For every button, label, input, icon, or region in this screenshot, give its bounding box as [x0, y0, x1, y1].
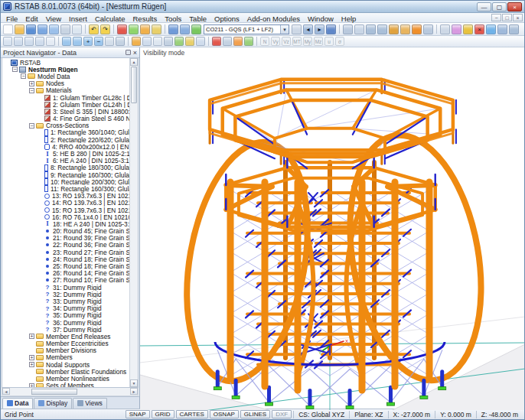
scroll-up-icon[interactable]: ▲ — [130, 58, 138, 66]
collapse-icon[interactable]: − — [21, 73, 26, 79]
clipping-plane-icon[interactable] — [116, 37, 125, 46]
tab-data[interactable]: Data — [2, 398, 33, 409]
tree-item[interactable]: 8: Rectangle 180/300; Glulam Timbe — [2, 164, 129, 171]
tree-item[interactable]: 18: HE A 240 | DIN 1025-3:1994; Stee — [2, 220, 129, 227]
menu-add-on-modules[interactable]: Add-on Modules — [243, 15, 304, 23]
force-my-icon[interactable]: My — [303, 37, 312, 46]
toggle-osnap[interactable]: OSNAP — [210, 410, 239, 418]
panel-close-icon[interactable]: × — [133, 50, 137, 56]
model-check-icon[interactable] — [244, 37, 253, 46]
toggle-grid[interactable]: GRID — [152, 410, 174, 418]
tree-item[interactable]: −Model Data — [2, 73, 129, 80]
new-document-icon[interactable] — [3, 24, 13, 34]
toggle-glines[interactable]: GLINES — [240, 410, 270, 418]
pan-view-icon[interactable] — [105, 37, 114, 46]
tree-item[interactable]: 24: Round 18; Fine Grain Steel S 460 — [2, 256, 129, 262]
tree-item[interactable]: 10: Rectangle 200/300; Glulam Timb — [2, 178, 129, 185]
zoom-out-icon[interactable]: − — [94, 37, 103, 46]
tree-item[interactable]: 2: Glulam Timber GL24h | DIN EN 19 — [2, 101, 129, 108]
tree-horizontal-scrollbar[interactable]: ◄ ► — [2, 388, 139, 396]
zoom-window2-icon[interactable] — [73, 37, 82, 46]
menu-tools[interactable]: Tools — [161, 15, 185, 23]
tree-item[interactable]: 11: Rectangle 160/300; Glulam Timb — [2, 185, 129, 192]
tree-item[interactable]: 26: Round 14; Fine Grain Steel S 460 — [2, 270, 129, 277]
menu-table[interactable]: Table — [185, 15, 210, 23]
menu-edit[interactable]: Edit — [21, 15, 41, 23]
scroll-thumb-horizontal[interactable] — [31, 389, 77, 395]
expand-icon[interactable]: + — [29, 81, 34, 86]
force-vz-icon[interactable]: Vz — [282, 37, 291, 46]
guidelines-icon[interactable] — [196, 37, 205, 46]
tree-item[interactable]: 34: Dummy Rigid — [2, 305, 129, 312]
tree-item[interactable]: 9: Rectangle 160/300; Glulam Timbe — [2, 171, 129, 178]
chevron-down-icon[interactable]: ▼ — [280, 25, 289, 34]
collapse-icon[interactable]: − — [29, 123, 34, 129]
visibility-mode-icon[interactable] — [132, 37, 141, 46]
menu-insert[interactable]: Insert — [65, 15, 91, 23]
menu-view[interactable]: View — [42, 15, 65, 23]
view-in-y-icon[interactable] — [24, 37, 34, 46]
mini-axes-icon[interactable] — [212, 37, 221, 46]
load-case-list-icon[interactable] — [292, 24, 302, 34]
snap-settings-icon[interactable] — [185, 37, 194, 46]
pin-icon[interactable] — [126, 50, 131, 55]
mdi-restore-button[interactable]: □ — [502, 14, 512, 21]
tree-item[interactable]: −Nestturm Rügen — [2, 66, 129, 73]
tab-views[interactable]: Views — [73, 398, 107, 409]
tree-item[interactable]: 4: Fine Grain Steel S 460 N | DIN 1880 — [2, 116, 129, 122]
tree-item[interactable]: −Cross-Sections — [2, 122, 129, 129]
camera-icon[interactable] — [497, 24, 507, 34]
view-in-x-icon[interactable] — [14, 37, 23, 46]
tree-item[interactable]: 13: RO 193.7x6.3 | EN 10210-2:1997; S — [2, 193, 129, 200]
maximize-button[interactable]: ▢ — [492, 2, 507, 11]
tree-item[interactable]: +Nodal Supports — [2, 361, 129, 368]
close-button[interactable]: × — [507, 2, 522, 11]
previous-view-icon[interactable] — [46, 37, 55, 46]
menu-options[interactable]: Options — [210, 15, 243, 23]
check-warning-icon[interactable] — [463, 24, 473, 34]
print-preview-icon[interactable] — [72, 24, 82, 34]
colored-render-icon[interactable] — [233, 37, 243, 46]
show-results-icon[interactable] — [326, 24, 336, 34]
display-properties-icon[interactable] — [423, 24, 433, 34]
next-load-case-icon[interactable]: ▸ — [315, 24, 324, 34]
activate-members-icon[interactable] — [354, 24, 364, 34]
isometric-view-icon[interactable] — [3, 37, 12, 46]
save-icon[interactable] — [26, 24, 36, 34]
tree-item[interactable]: 22: Round 36; Fine Grain Steel S 460 — [2, 242, 129, 249]
numbering-icon[interactable] — [223, 37, 232, 46]
menu-calculate[interactable]: Calculate — [91, 15, 129, 23]
force-n-icon[interactable]: N — [260, 37, 269, 46]
save-as-icon[interactable] — [38, 24, 47, 34]
collapse-icon[interactable]: − — [29, 88, 34, 93]
scroll-down-icon[interactable]: ▼ — [130, 379, 138, 387]
link-icon[interactable] — [509, 24, 519, 34]
menu-file[interactable]: File — [2, 15, 21, 23]
tree-item[interactable]: 5: HE B 280 | DIN 1025-2:1995; Steel — [2, 150, 129, 157]
expand-icon[interactable]: + — [29, 334, 34, 339]
previous-load-case-icon[interactable]: ◂ — [303, 24, 313, 34]
delete-results-icon[interactable]: × — [474, 24, 484, 34]
menu-results[interactable]: Results — [129, 15, 161, 23]
tree-item[interactable]: 21: Round 39; Fine Grain Steel S 460 — [2, 235, 129, 242]
tree-item[interactable]: 25: Round 18; Fine Grain Steel S 460 — [2, 262, 129, 269]
scroll-left-icon[interactable]: ◄ — [2, 388, 10, 395]
scroll-thumb[interactable] — [131, 67, 137, 103]
tab-display[interactable]: Display — [34, 398, 72, 409]
tree-item[interactable]: 20: Round 45; Fine Grain Steel S 460 — [2, 228, 129, 235]
tree-item[interactable]: 27: Round 10; Fine Grain Steel S 460 — [2, 277, 129, 284]
tree-vertical-scrollbar[interactable]: ▲ ▼ — [129, 58, 138, 387]
force-vy-icon[interactable]: Vy — [271, 37, 280, 46]
tree-item[interactable]: 6: HE A 240 | DIN 1025-3:1994; Steel — [2, 158, 129, 164]
tree-item[interactable]: +Nodes — [2, 80, 129, 87]
tree-item[interactable]: 14: RO 139.7x6.3 | EN 10210-2:1997; S — [2, 200, 129, 207]
grid-toggle-icon[interactable] — [164, 37, 173, 46]
scroll-right-icon[interactable]: ► — [130, 388, 138, 395]
tree-item[interactable]: 23: Round 27; Fine Grain Steel S 460 — [2, 249, 129, 256]
expand-icon[interactable]: + — [29, 362, 34, 367]
load-case-combo[interactable]: CO211 - GQS (LF1 + LF2)▼ — [204, 24, 289, 34]
delete-icon[interactable] — [117, 24, 127, 34]
tree-item[interactable]: 32: Dummy Rigid — [2, 291, 129, 298]
rotate-view-icon[interactable] — [452, 24, 461, 34]
settings-gear-icon[interactable] — [412, 24, 422, 34]
